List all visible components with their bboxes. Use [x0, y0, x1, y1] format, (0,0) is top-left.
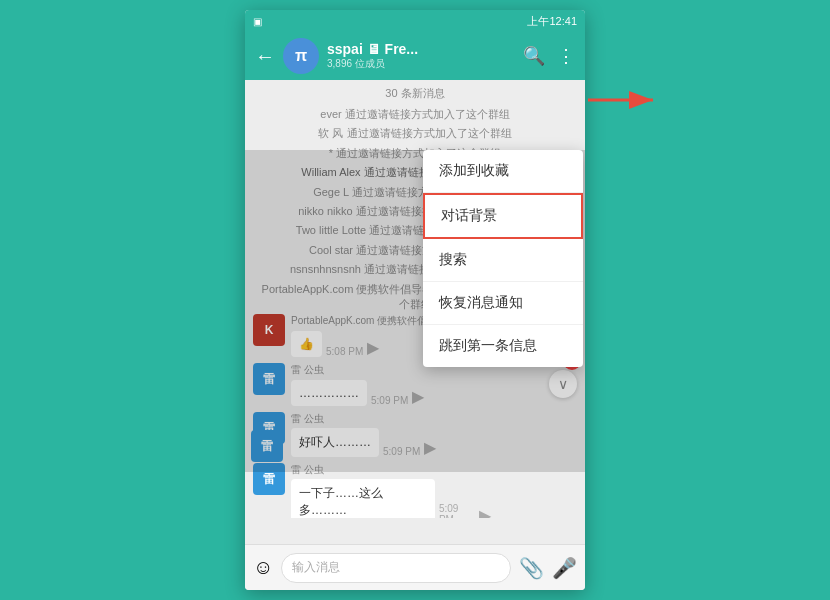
message-input[interactable]: 输入消息 [281, 553, 511, 583]
dropdown-item-chat-background[interactable]: 对话背景 [423, 193, 583, 239]
top-bar: ← π sspai 🖥 Fre... 3,896 位成员 🔍 ⋮ [245, 32, 585, 80]
dropdown-item-jump-to-first[interactable]: 跳到第一条信息 [423, 325, 583, 367]
sys-msg-0: ever 通过邀请链接方式加入了这个群组 [251, 105, 579, 124]
input-bar: ☺ 输入消息 📎 🎤 [245, 544, 585, 590]
dropdown-menu: 添加到收藏 对话背景 搜索 恢复消息通知 跳到第一条信息 [423, 150, 583, 367]
input-placeholder: 输入消息 [292, 559, 340, 576]
notification-icon: ▣ [253, 16, 262, 27]
emoji-button[interactable]: ☺ [253, 556, 273, 579]
chat-title-area: sspai 🖥 Fre... 3,896 位成员 [327, 41, 515, 71]
dropdown-item-restore-notification[interactable]: 恢复消息通知 [423, 282, 583, 325]
status-bar: ▣ 上午12:41 [245, 10, 585, 32]
more-icon[interactable]: ⋮ [557, 45, 575, 67]
search-icon[interactable]: 🔍 [523, 45, 545, 67]
chat-name: sspai 🖥 Fre... [327, 41, 487, 57]
status-right: 上午12:41 [527, 14, 577, 29]
back-button[interactable]: ← [255, 45, 275, 68]
group-avatar: π [283, 38, 319, 74]
dropdown-item-search[interactable]: 搜索 [423, 239, 583, 282]
new-messages-bar: 30 条新消息 [251, 80, 579, 105]
red-arrow [588, 85, 668, 119]
top-bar-icons: 🔍 ⋮ [523, 45, 575, 67]
chat-area: 30 条新消息 ever 通过邀请链接方式加入了这个群组 软 风 通过邀请链接方… [245, 80, 585, 518]
msg-time-3: 5:09 PM [439, 503, 475, 518]
status-left: ▣ [253, 16, 262, 27]
dropdown-item-add-to-favorites[interactable]: 添加到收藏 [423, 150, 583, 193]
chat-subtitle: 3,896 位成员 [327, 57, 515, 71]
status-time: 上午12:41 [527, 14, 577, 29]
attach-button[interactable]: 📎 [519, 556, 544, 580]
msg-forward-3[interactable]: ▶ [479, 506, 491, 518]
voice-button[interactable]: 🎤 [552, 556, 577, 580]
msg-bubble-3: 一下子……这么多……… [291, 479, 435, 518]
sys-msg-1: 软 风 通过邀请链接方式加入了这个群组 [251, 124, 579, 143]
